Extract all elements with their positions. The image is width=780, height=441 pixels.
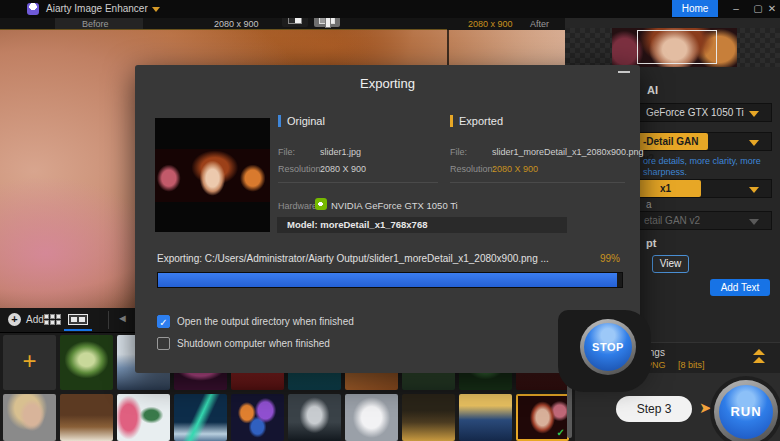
stop-button-ring: STOP	[580, 319, 636, 375]
exported-heading: Exported	[450, 115, 503, 127]
progress-bar-fill	[158, 273, 617, 287]
title-bar: Aiarty Image Enhancer Home – ▢ ✕	[0, 0, 780, 18]
export-bit-depth: [8 bits]	[678, 360, 705, 370]
progress-path-text: Exporting: C:/Users/Administrator/Aiarty…	[157, 253, 549, 264]
progress-bar	[157, 272, 623, 288]
processing-check-icon: ✓	[557, 427, 565, 438]
original-file-label: File:	[278, 147, 295, 157]
chevron-down-icon	[749, 187, 759, 193]
model-description-line1: ore details, more clarity, more sharpnes…	[643, 156, 780, 178]
hardware-label: Hardware:	[278, 201, 320, 211]
open-directory-checkbox-row[interactable]: ✓ Open the output directory when finishe…	[157, 315, 354, 328]
ai-section-heading: AI	[647, 84, 658, 96]
scroll-left-icon[interactable]: ◄	[117, 312, 128, 324]
original-divider	[278, 182, 438, 183]
filmstrip-view-icon[interactable]	[68, 314, 88, 325]
chevron-down-icon[interactable]	[152, 7, 160, 12]
step-arrow-icon: ➤	[699, 399, 712, 417]
original-heading: Original	[278, 115, 325, 127]
progress-percent: 99%	[575, 253, 620, 264]
thumbnail-lighthouse[interactable]	[459, 394, 512, 441]
collapse-panel-icon[interactable]	[753, 349, 765, 365]
toolbar-divider	[108, 311, 109, 329]
chevron-down-icon	[749, 140, 759, 146]
export-preview-photo	[155, 149, 270, 202]
stop-button-backdrop: STOP	[558, 310, 651, 392]
step-badge: Step 3	[616, 396, 692, 422]
open-directory-label: Open the output directory when finished	[177, 316, 354, 327]
add-text-button[interactable]: Add Text	[710, 279, 770, 296]
hardware-value: NVIDIA GeForce GTX 1050 Ti	[331, 200, 458, 211]
partial-section-heading: a	[646, 199, 652, 210]
original-file-value: slider1.jpg	[320, 147, 361, 157]
exported-resolution-value: 2080 X 900	[492, 164, 538, 174]
app-logo-icon	[27, 3, 39, 15]
thumbnail-aurora[interactable]	[174, 394, 227, 441]
original-resolution-label: Resolution:	[278, 164, 323, 174]
exported-resolution-label: Resolution:	[450, 164, 495, 174]
before-label: Before	[82, 19, 109, 29]
gpu-dropdown-value: GeForce GTX 1050 Ti	[646, 107, 744, 118]
home-button[interactable]: Home	[672, 0, 718, 17]
thumbnail-blonde-woman[interactable]	[3, 394, 56, 441]
filmstrip-selected-underline	[64, 329, 92, 331]
exported-file-value: slider1_moreDetail_x1_2080x900.png	[492, 147, 644, 157]
secondary-model-dropdown-value: etail GAN v2	[644, 215, 700, 226]
original-resolution-value: 2080 X 900	[320, 164, 366, 174]
run-button-ring: RUN	[714, 380, 778, 441]
nvidia-logo-icon	[315, 198, 327, 210]
thumbnail-red-haired-woman[interactable]: ✓	[516, 394, 569, 441]
viewbar-underline	[0, 29, 447, 30]
thumbnail-pirate-ship[interactable]	[288, 394, 341, 441]
dialog-minimize-button[interactable]	[618, 71, 630, 73]
shutdown-label: Shutdown computer when finished	[177, 338, 330, 349]
grid-view-icon[interactable]	[44, 314, 61, 325]
stop-button[interactable]: STOP	[584, 323, 632, 371]
run-button[interactable]: RUN	[719, 385, 773, 439]
checkbox-checked-icon[interactable]: ✓	[157, 315, 170, 328]
thumbnail-storm-barn[interactable]	[402, 394, 455, 441]
checkbox-unchecked-icon[interactable]	[157, 337, 170, 350]
thumbnail-chocolate-ship[interactable]	[60, 394, 113, 441]
window-minimize-button[interactable]: –	[726, 0, 746, 17]
prompt-section-heading: pt	[646, 237, 656, 249]
exported-file-label: File:	[450, 147, 467, 157]
app-title: Aiarty Image Enhancer	[46, 3, 148, 14]
chevron-down-icon	[749, 111, 759, 117]
before-resolution: 2080 x 900	[214, 19, 259, 29]
model-bar: Model: moreDetail_x1_768x768	[277, 217, 567, 233]
add-image-label[interactable]: Add	[26, 314, 44, 325]
view-button[interactable]: View	[652, 255, 689, 273]
thumbnail-add-image-tile[interactable]: +	[3, 335, 56, 390]
shutdown-checkbox-row[interactable]: Shutdown computer when finished	[157, 337, 330, 350]
navigator-viewport-rect[interactable]	[637, 30, 717, 64]
add-image-icon[interactable]: +	[8, 313, 21, 326]
chevron-down-icon	[749, 219, 759, 225]
dialog-title: Exporting	[135, 76, 640, 91]
exported-divider	[450, 182, 625, 183]
thumbnail-white-lion[interactable]	[345, 394, 398, 441]
export-preview-image	[155, 118, 270, 232]
after-label: After	[530, 19, 549, 29]
after-resolution: 2080 x 900	[468, 19, 513, 29]
window-close-button[interactable]: ✕	[762, 0, 780, 17]
thumbnail-jellyfish[interactable]	[231, 394, 284, 441]
thumbnail-hummingbird[interactable]	[117, 394, 170, 441]
thumbnail-fairy[interactable]	[60, 335, 113, 390]
